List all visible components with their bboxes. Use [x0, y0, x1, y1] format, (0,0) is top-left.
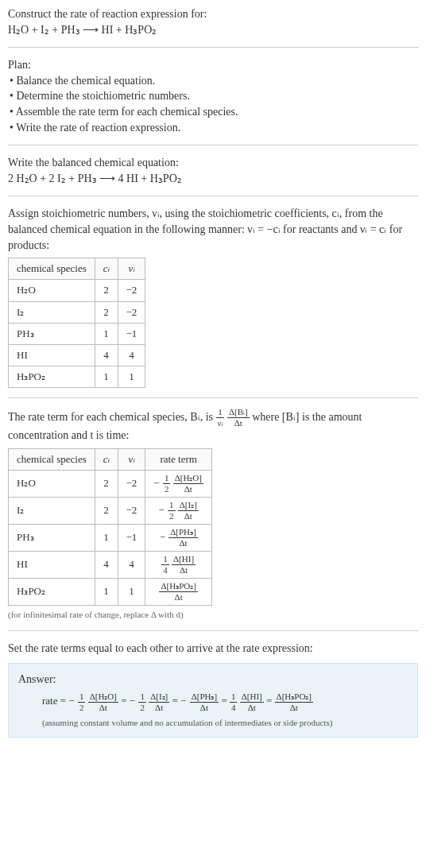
- frac-num: 1: [168, 501, 176, 511]
- col-header: cᵢ: [95, 448, 118, 470]
- frac-den: Δt: [227, 418, 250, 428]
- delta-fraction: Δ[HI] Δt: [240, 692, 264, 712]
- frac-den: 2: [168, 511, 176, 521]
- v-cell: −2: [118, 301, 145, 323]
- plan-section: Plan: • Balance the chemical equation. •…: [8, 57, 418, 135]
- frac-num: Δ[PH₃]: [168, 528, 197, 538]
- species-cell: I₂: [9, 498, 95, 525]
- v-cell: −2: [118, 280, 145, 301]
- delta-fraction: Δ[H₂O] Δt: [88, 692, 118, 712]
- balanced-title: Write the balanced chemical equation:: [8, 155, 418, 171]
- divider: [8, 47, 418, 48]
- v-cell: 1: [118, 579, 145, 606]
- col-header: νᵢ: [118, 448, 145, 470]
- v-cell: −2: [118, 498, 145, 525]
- c-cell: 1: [95, 579, 118, 606]
- page-title: Construct the rate of reaction expressio…: [8, 6, 418, 22]
- answer-note: (assuming constant volume and no accumul…: [42, 717, 408, 729]
- delta-fraction: Δ[I₂] Δt: [149, 692, 169, 712]
- frac-den: 2: [163, 484, 171, 494]
- frac-den: Δt: [275, 703, 313, 712]
- v-cell: −2: [118, 471, 145, 498]
- unbalanced-equation: H₂O + I₂ + PH₃ ⟶ HI + H₃PO₂: [8, 22, 418, 38]
- stoich-intro: Assign stoichiometric numbers, νᵢ, using…: [8, 206, 418, 253]
- table-row: H₃PO₂ 1 1 Δ[H₃PO₂] Δt: [9, 579, 212, 606]
- species-cell: I₂: [9, 301, 95, 323]
- species-cell: H₃PO₂: [9, 579, 95, 606]
- frac-num: Δ[I₂]: [149, 692, 169, 703]
- frac-den: Δt: [159, 592, 197, 602]
- v-cell: −1: [118, 525, 145, 552]
- col-header: νᵢ: [118, 258, 145, 280]
- coef-fraction: 1 2: [163, 474, 171, 494]
- v-cell: 4: [118, 344, 145, 366]
- c-cell: 2: [95, 280, 118, 301]
- final-section: Set the rate terms equal to each other t…: [8, 641, 418, 738]
- delta-fraction: Δ[PH₃] Δt: [168, 528, 197, 548]
- frac-num: Δ[HI]: [172, 555, 196, 565]
- table-row: I₂ 2 −2: [9, 301, 145, 323]
- table-row: HI 4 4 1 4 Δ[HI] Δt: [9, 552, 212, 579]
- delta-fraction: Δ[PH₃] Δt: [190, 692, 219, 712]
- frac-num: 1: [163, 474, 171, 484]
- answer-box: Answer: rate = − 1 2 Δ[H₂O] Δt = − 1 2 Δ…: [8, 663, 418, 738]
- answer-rate-expression: rate = − 1 2 Δ[H₂O] Δt = − 1 2 Δ[I₂] Δt …: [42, 692, 408, 712]
- table-header-row: chemical species cᵢ νᵢ rate term: [9, 448, 212, 470]
- frac-num: Δ[H₂O]: [88, 692, 118, 703]
- v-cell: 1: [118, 366, 145, 388]
- frac-den: Δt: [173, 484, 203, 494]
- col-header: cᵢ: [95, 258, 118, 280]
- sign: −: [130, 695, 135, 707]
- balanced-equation: 2 H₂O + 2 I₂ + PH₃ ⟶ 4 HI + H₃PO₂: [8, 171, 418, 187]
- table-row: H₂O 2 −2: [9, 280, 145, 301]
- frac-num: Δ[HI]: [240, 692, 264, 703]
- delta-fraction: Δ[H₃PO₂] Δt: [159, 582, 197, 602]
- frac-den: Δt: [88, 703, 118, 712]
- c-cell: 1: [95, 366, 118, 388]
- frac-den: 4: [161, 565, 169, 575]
- delta-fraction: Δ[H₃PO₂] Δt: [275, 692, 313, 712]
- col-header: chemical species: [9, 448, 95, 470]
- frac-num: 1: [78, 692, 86, 703]
- rate-cell: 1 4 Δ[HI] Δt: [145, 552, 212, 579]
- frac-den: Δt: [190, 703, 219, 712]
- coef-fraction: 1 4: [230, 692, 238, 712]
- divider: [8, 196, 418, 196]
- coef-fraction: 1 2: [138, 692, 146, 712]
- sign: −: [158, 504, 164, 516]
- table-row: H₂O 2 −2 − 1 2 Δ[H₂O] Δt: [9, 471, 212, 498]
- delta-fraction: Δ[HI] Δt: [172, 555, 196, 575]
- frac-den: νᵢ: [216, 418, 225, 428]
- delta-fraction: Δ[I₂] Δt: [178, 501, 199, 521]
- coef-fraction: 1 4: [161, 555, 169, 575]
- frac-den: 4: [230, 703, 238, 712]
- table-row: HI 4 4: [9, 344, 145, 366]
- rate-prefix: rate =: [42, 695, 68, 707]
- col-header: rate term: [145, 448, 212, 470]
- frac-den: Δt: [172, 565, 196, 575]
- table-note: (for infinitesimal rate of change, repla…: [8, 609, 418, 621]
- divider: [8, 630, 418, 631]
- table-row: H₃PO₂ 1 1: [9, 366, 145, 388]
- sign: −: [153, 477, 159, 489]
- v-cell: 4: [118, 552, 145, 579]
- delta-fraction: Δ[H₂O] Δt: [173, 474, 203, 494]
- frac-num: 1: [161, 555, 169, 565]
- frac-den: Δt: [240, 703, 264, 712]
- c-cell: 2: [95, 498, 118, 525]
- sign: −: [180, 695, 186, 707]
- frac-num: 1: [138, 692, 146, 703]
- rate-cell: − Δ[PH₃] Δt: [145, 525, 212, 552]
- species-cell: PH₃: [9, 323, 95, 344]
- sign: −: [68, 695, 74, 707]
- fraction: Δ[Bᵢ] Δt: [227, 408, 250, 428]
- table-header-row: chemical species cᵢ νᵢ: [9, 258, 145, 280]
- species-cell: HI: [9, 552, 95, 579]
- stoich-table: chemical species cᵢ νᵢ H₂O 2 −2 I₂ 2 −2 …: [8, 258, 145, 388]
- coef-fraction: 1 2: [168, 501, 176, 521]
- sign: −: [160, 531, 165, 543]
- frac-den: Δt: [178, 511, 199, 521]
- rateterm-text: The rate term for each chemical species,…: [8, 411, 216, 423]
- rate-cell: − 1 2 Δ[I₂] Δt: [145, 498, 212, 525]
- c-cell: 1: [95, 525, 118, 552]
